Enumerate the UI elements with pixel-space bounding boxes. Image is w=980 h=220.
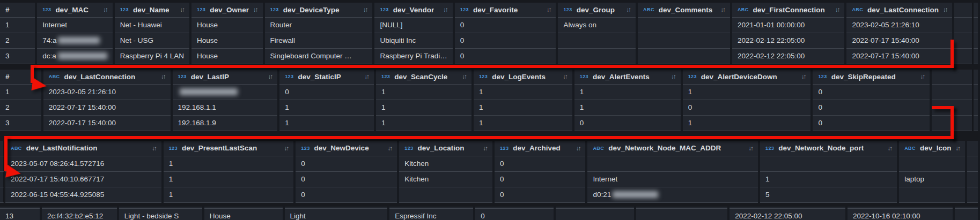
column-header-dev_LogEvents[interactable]: 123dev_LogEvents↓↑: [473, 70, 573, 85]
cell: 2022-07-17 15:40:00: [845, 33, 953, 49]
string-type-icon: ABC: [643, 3, 654, 17]
row-number-header: #: [0, 3, 36, 18]
cell: 1: [375, 116, 473, 131]
panel-right-gridline: [972, 3, 974, 65]
cell: 0: [493, 172, 586, 187]
view-3-grid: ABCdev_LastNotification↓↑123dev_PresentL…: [5, 141, 980, 203]
sort-icon[interactable]: ↓↑: [542, 3, 551, 17]
cell: House: [203, 209, 284, 220]
panel-right-gridline: [972, 70, 974, 131]
column-header-dev_Favorite[interactable]: 123dev_Favorite↓↑: [454, 3, 557, 18]
sort-icon[interactable]: ↓↑: [176, 3, 185, 17]
column-header-dev_DeviceType[interactable]: 123dev_DeviceType↓↑: [264, 3, 374, 18]
sort-icon[interactable]: ↓↑: [622, 3, 631, 17]
number-type-icon: 123: [404, 141, 413, 156]
column-header-dev_Location[interactable]: 123dev_Location↓↑: [398, 141, 493, 156]
number-type-icon: 123: [120, 3, 129, 17]
column-header-dev_LastConnection[interactable]: ABCdev_LastConnection↓↑: [42, 70, 172, 85]
column-header-dev_LastIP[interactable]: 123dev_LastIP↓↑: [172, 70, 279, 85]
empty-header: [953, 3, 979, 18]
string-type-icon: ABC: [904, 141, 916, 156]
cell: 0: [573, 116, 682, 131]
column-header-dev_AlertEvents[interactable]: 123dev_AlertEvents↓↑: [573, 70, 682, 85]
number-type-icon: 123: [479, 70, 488, 84]
cell: Internet: [586, 172, 759, 187]
column-label: dev_LastNotification: [26, 141, 98, 156]
sort-icon[interactable]: ↓↑: [360, 70, 369, 84]
view-2-grid: #ABCdev_LastConnection↓↑123dev_LastIP↓↑1…: [0, 70, 980, 131]
cell: Net - Huawei: [114, 18, 190, 33]
number-type-icon: 123: [178, 70, 187, 84]
column-header-dev_Archived[interactable]: 123dev_Archived↓↑: [493, 141, 586, 156]
cell: Firewall: [264, 33, 374, 49]
sort-icon[interactable]: ↓↑: [148, 141, 156, 156]
column-header-dev_Comments[interactable]: ABCdev_Comments↓↑: [637, 3, 731, 18]
sort-icon[interactable]: ↓↑: [883, 141, 892, 156]
sort-icon[interactable]: ↓↑: [280, 141, 289, 156]
column-header-dev_Network_Node_MAC_ADDR[interactable]: ABCdev_Network_Node_MAC_ADDR↓↑: [586, 141, 759, 156]
column-label: dev_Name: [133, 3, 170, 17]
sort-icon[interactable]: ↓↑: [572, 141, 580, 156]
cell: [398, 187, 493, 203]
sort-icon[interactable]: ↓↑: [797, 70, 806, 84]
column-header-dev_Owner[interactable]: 123dev_Owner↓↑: [190, 3, 264, 18]
sort-icon[interactable]: ↓↑: [831, 3, 839, 17]
empty-header: [966, 141, 979, 156]
cell: 2022-07-17 15:40:00: [42, 116, 172, 131]
sort-icon[interactable]: ↓↑: [951, 141, 960, 156]
sort-icon[interactable]: ↓↑: [458, 70, 466, 84]
sort-icon[interactable]: ↓↑: [667, 70, 675, 84]
column-header-dev_FirstConnection[interactable]: ABCdev_FirstConnection↓↑: [731, 3, 846, 18]
sort-icon[interactable]: ↓↑: [916, 70, 925, 84]
column-label: dev_Owner: [210, 3, 249, 17]
sort-icon[interactable]: ↓↑: [99, 3, 107, 17]
column-header-dev_AlertDeviceDown[interactable]: 123dev_AlertDeviceDown↓↑: [682, 70, 812, 85]
column-header-dev_NewDevice[interactable]: 123dev_NewDevice↓↑: [294, 141, 398, 156]
column-label: dev_StaticIP: [298, 70, 341, 84]
column-header-dev_SkipRepeated[interactable]: 123dev_SkipRepeated↓↑: [812, 70, 931, 85]
cell: 5: [759, 187, 898, 203]
number-type-icon: 123: [42, 3, 51, 17]
cell: 1: [163, 187, 295, 203]
sort-icon[interactable]: ↓↑: [359, 3, 367, 17]
sort-icon[interactable]: ↓↑: [439, 3, 447, 17]
cell: [953, 18, 979, 33]
cell: [898, 156, 966, 172]
sort-icon[interactable]: ↓↑: [264, 70, 272, 84]
column-header-dev_Vendor[interactable]: 123dev_Vendor↓↑: [373, 3, 453, 18]
sort-icon[interactable]: ↓↑: [249, 3, 257, 17]
column-header-dev_Name[interactable]: 123dev_Name↓↑: [114, 3, 190, 18]
devices-table-view-1: #123dev_MAC↓↑123dev_Name↓↑123dev_Owner↓↑…: [0, 3, 980, 64]
sort-icon[interactable]: ↓↑: [939, 3, 947, 17]
column-header-dev_Group[interactable]: 123dev_Group↓↑: [557, 3, 637, 18]
sort-icon[interactable]: ↓↑: [716, 3, 725, 17]
cell: [637, 18, 731, 33]
cell: 0: [682, 100, 812, 116]
column-header-dev_StaticIP[interactable]: 123dev_StaticIP↓↑: [278, 70, 375, 85]
cell: [637, 33, 731, 49]
cell: [557, 49, 637, 64]
column-header-dev_Icon[interactable]: ABCdev_Icon↓↑: [898, 141, 966, 156]
sort-icon[interactable]: ↓↑: [384, 141, 392, 156]
left-edge-table-sliver: [0, 141, 4, 203]
column-header-dev_LastConnection[interactable]: ABCdev_LastConnection↓↑: [845, 3, 953, 18]
cell: 1: [573, 85, 682, 100]
column-header-dev_LastNotification[interactable]: ABCdev_LastNotification↓↑: [5, 141, 163, 156]
cell: [966, 156, 979, 172]
column-label: dev_Comments: [659, 3, 713, 17]
cell: 3: [0, 116, 42, 131]
column-label: dev_AlertEvents: [593, 70, 650, 84]
string-type-icon: ABC: [852, 3, 863, 17]
column-header-dev_ScanCycle[interactable]: 123dev_ScanCycle↓↑: [375, 70, 473, 85]
cell: 0: [454, 33, 557, 49]
sort-icon[interactable]: ↓↑: [745, 141, 753, 156]
cell: 1: [473, 85, 573, 100]
column-header-dev_MAC[interactable]: 123dev_MAC↓↑: [36, 3, 114, 18]
sort-icon[interactable]: ↓↑: [479, 141, 488, 156]
column-header-dev_PresentLastScan[interactable]: 123dev_PresentLastScan↓↑: [163, 141, 295, 156]
sort-icon[interactable]: ↓↑: [157, 70, 165, 84]
column-header-dev_Network_Node_port[interactable]: 123dev_Network_Node_port↓↑: [759, 141, 898, 156]
cell: 1: [278, 100, 375, 116]
cell: 0: [278, 85, 375, 100]
sort-icon[interactable]: ↓↑: [558, 70, 567, 84]
